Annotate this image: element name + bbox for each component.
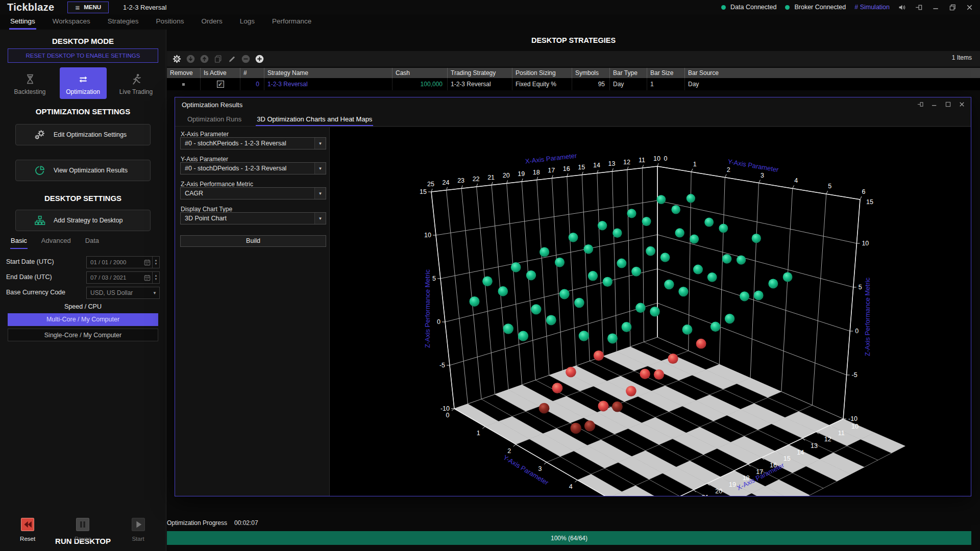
remove-row-button[interactable] bbox=[182, 83, 185, 86]
svg-text:-5: -5 bbox=[852, 371, 857, 379]
view-optimization-results-button[interactable]: View Optimization Results bbox=[15, 160, 151, 181]
pencil-icon[interactable] bbox=[227, 54, 237, 64]
hamburger-icon: ≡ bbox=[75, 4, 80, 11]
pin-icon[interactable] bbox=[915, 3, 923, 12]
gear-icon[interactable] bbox=[172, 54, 182, 64]
column-header-bar-size[interactable]: Bar Size bbox=[647, 68, 684, 78]
nav-tab-workspaces[interactable]: Workspaces bbox=[52, 14, 91, 30]
column-header-strategy-name[interactable]: Strategy Name bbox=[264, 68, 392, 78]
currency-select[interactable]: USD, US Dollar▼ bbox=[86, 287, 160, 299]
column-header-position-sizing[interactable]: Position Sizing bbox=[512, 68, 572, 78]
nav-tab-positions[interactable]: Positions bbox=[155, 14, 185, 30]
add-circle-icon[interactable] bbox=[255, 54, 264, 64]
restore-button[interactable] bbox=[948, 3, 957, 12]
close-button[interactable] bbox=[965, 3, 974, 12]
window-maximize-icon[interactable] bbox=[944, 101, 952, 108]
column-header-bar-source[interactable]: Bar Source bbox=[684, 68, 980, 78]
column-header-trading-strategy[interactable]: Trading Strategy bbox=[447, 68, 512, 78]
reset-desktop-button[interactable]: RESET DESKTOP TO ENABLE SETTINGS bbox=[8, 48, 158, 63]
settings-tab-basic[interactable]: Basic bbox=[10, 237, 28, 249]
strategies-table-header: RemoveIs Active#Strategy NameCashTrading… bbox=[167, 68, 980, 78]
svg-text:11: 11 bbox=[838, 430, 845, 437]
svg-text:Z-Axis Performance Metric: Z-Axis Performance Metric bbox=[424, 269, 431, 348]
svg-text:5: 5 bbox=[859, 284, 862, 291]
nav-tab-performance[interactable]: Performance bbox=[271, 14, 312, 30]
titlebar-status-area: Data Connected Broker Connected # Simula… bbox=[721, 3, 980, 12]
svg-text:3: 3 bbox=[761, 172, 764, 179]
svg-text:3: 3 bbox=[538, 465, 542, 472]
opt-tab-3d-optimization-charts-and-heat-maps[interactable]: 3D Optimization Charts and Heat Maps bbox=[256, 113, 373, 126]
field-end-date-utc-: End Date (UTC)07 / 03 / 2021▲▼ bbox=[0, 271, 166, 284]
window-pin-icon[interactable] bbox=[917, 101, 924, 108]
speed-option-single-core[interactable]: Single-Core / My Computer bbox=[8, 329, 158, 341]
cell-bar-source: Day bbox=[684, 78, 980, 90]
app-logo: Tickblaze bbox=[0, 2, 54, 13]
svg-text:10: 10 bbox=[424, 232, 431, 239]
dropdown-display-chart-type[interactable]: 3D Point Chart▼ bbox=[180, 212, 326, 224]
add-strategy-button[interactable]: Add Strategy to Desktop bbox=[15, 210, 151, 231]
cell-position-sizing: Fixed Equity % bbox=[512, 78, 572, 90]
window-close-icon[interactable] bbox=[958, 101, 966, 108]
tickblaze-app: Tickblaze ≡ MENU 1-2-3 Reversal Data Con… bbox=[0, 0, 980, 551]
optimization-window-tabs: Optimization Runs3D Optimization Charts … bbox=[175, 113, 971, 127]
nav-tab-orders[interactable]: Orders bbox=[200, 14, 223, 30]
column-header-bar-type[interactable]: Bar Type bbox=[609, 68, 647, 78]
date-input[interactable]: 01 / 01 / 2000▲▼ bbox=[86, 256, 160, 268]
spinner-control[interactable]: ▲▼ bbox=[152, 272, 159, 283]
3d-scatter-chart[interactable]: 1011121314151617181920212223242501234561… bbox=[330, 127, 971, 496]
column-header-#[interactable]: # bbox=[240, 68, 264, 78]
calendar-icon[interactable] bbox=[143, 274, 151, 282]
window-minimize-icon[interactable] bbox=[930, 101, 938, 108]
nav-tab-strategies[interactable]: Strategies bbox=[107, 14, 140, 30]
nav-tab-settings[interactable]: Settings bbox=[9, 14, 36, 30]
speed-option-multi-core[interactable]: Multi-Core / My Computer bbox=[8, 313, 158, 326]
settings-tab-data[interactable]: Data bbox=[85, 237, 100, 249]
remove-circle-icon[interactable] bbox=[241, 54, 251, 64]
speaker-icon[interactable] bbox=[898, 3, 906, 12]
svg-text:24: 24 bbox=[443, 179, 450, 186]
optimization-progress-bar: 100% (64/64) bbox=[167, 531, 971, 545]
spinner-control[interactable]: ▲▼ bbox=[152, 257, 159, 268]
play-icon bbox=[132, 518, 145, 531]
download-icon[interactable] bbox=[186, 54, 195, 64]
svg-text:1: 1 bbox=[477, 430, 480, 437]
edit-optimization-settings-label: Edit Optimization Settings bbox=[54, 131, 127, 138]
run-controls: ResetPauseStart bbox=[0, 518, 166, 542]
column-header-cash[interactable]: Cash bbox=[392, 68, 447, 78]
run-control-start[interactable]: Start bbox=[110, 518, 165, 542]
is-active-checkbox[interactable]: ✓ bbox=[217, 81, 224, 88]
chevron-down-icon: ▼ bbox=[314, 188, 326, 199]
svg-text:14: 14 bbox=[797, 449, 804, 456]
date-input[interactable]: 07 / 03 / 2021▲▼ bbox=[86, 271, 160, 284]
strategies-table-row[interactable]: ✓01-2-3 Reversal100,0001-2-3 ReversalFix… bbox=[167, 78, 980, 90]
edit-optimization-settings-button[interactable]: Edit Optimization Settings bbox=[15, 124, 151, 145]
menu-button[interactable]: ≡ MENU bbox=[67, 2, 109, 13]
dropdown-z-axis-performance-metric[interactable]: CAGR▼ bbox=[180, 187, 326, 199]
run-control-pause[interactable]: Pause bbox=[55, 518, 110, 542]
settings-tab-advanced[interactable]: Advanced bbox=[41, 237, 71, 249]
cell-cash: 100,000 bbox=[392, 78, 447, 90]
field-base-currency-code: Base Currency CodeUSD, US Dollar▼ bbox=[0, 287, 166, 299]
nav-tab-logs[interactable]: Logs bbox=[239, 14, 256, 30]
speed-cpu-heading: Speed / CPU bbox=[0, 303, 166, 310]
dropdown-y-axis-parameter[interactable]: #0 - stochDPeriods - 1-2-3 Reversal▼ bbox=[180, 162, 326, 174]
document-title: 1-2-3 Reversal bbox=[123, 4, 166, 11]
chevron-down-icon: ▼ bbox=[314, 163, 326, 174]
minimize-button[interactable] bbox=[932, 3, 940, 12]
calendar-icon[interactable] bbox=[143, 259, 151, 266]
dropdown-x-axis-parameter[interactable]: #0 - stochKPeriods - 1-2-3 Reversal▼ bbox=[180, 137, 326, 149]
chevron-down-icon: ▼ bbox=[150, 287, 159, 298]
copy-icon[interactable] bbox=[213, 54, 223, 64]
run-control-reset[interactable]: Reset bbox=[0, 518, 55, 542]
column-header-is-active[interactable]: Is Active bbox=[200, 68, 240, 78]
build-button[interactable]: Build bbox=[180, 235, 326, 247]
mode-backtesting[interactable]: Backtesting bbox=[7, 67, 54, 99]
column-header-remove[interactable]: Remove bbox=[167, 68, 200, 78]
upload-icon[interactable] bbox=[200, 54, 209, 64]
opt-tab-optimization-runs[interactable]: Optimization Runs bbox=[186, 113, 242, 126]
mode-live-trading[interactable]: Live Trading bbox=[113, 67, 160, 99]
svg-text:22: 22 bbox=[473, 176, 480, 183]
mode-optimization[interactable]: Optimization bbox=[60, 67, 107, 99]
column-header-symbols[interactable]: Symbols bbox=[572, 68, 609, 78]
cell-remove bbox=[167, 78, 200, 90]
